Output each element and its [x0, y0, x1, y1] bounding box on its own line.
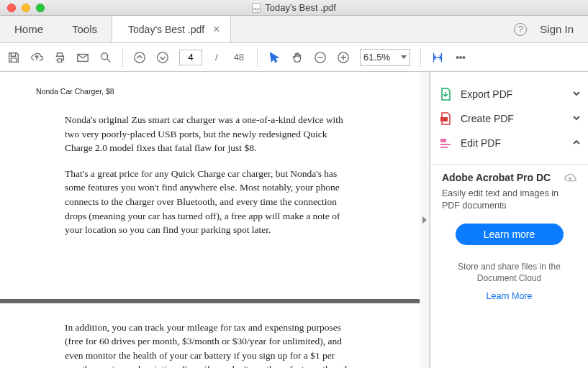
svg-rect-12	[440, 147, 448, 148]
svg-rect-11	[440, 144, 451, 145]
chevron-down-icon	[401, 55, 407, 59]
tool-create-pdf[interactable]: Create PDF	[438, 106, 581, 131]
chevron-up-icon	[572, 138, 581, 149]
selection-tool-icon[interactable]	[268, 51, 281, 64]
panel-collapse-handle[interactable]	[420, 72, 430, 368]
learn-more-button[interactable]: Learn more	[456, 224, 564, 245]
paragraph-2: That's a great price for any Quick Charg…	[36, 167, 384, 237]
email-icon[interactable]	[76, 51, 89, 64]
tab-document[interactable]: Today's Best .pdf ×	[112, 16, 231, 42]
tab-bar: Home Tools Today's Best .pdf × ? Sign In	[0, 16, 588, 43]
minimize-window-button[interactable]	[22, 4, 30, 12]
divider	[430, 164, 588, 165]
close-window-button[interactable]	[7, 4, 16, 12]
paragraph-1: Nonda's original Zus smart car charger w…	[36, 113, 384, 155]
search-icon[interactable]	[99, 51, 112, 64]
promo-body: Easily edit text and images in PDF docum…	[442, 188, 576, 212]
svg-rect-9	[440, 117, 448, 121]
tool-edit-label: Edit PDF	[461, 137, 572, 149]
window-title-text: Today's Best .pdf	[265, 2, 336, 13]
window-titlebar: Today's Best .pdf	[0, 0, 588, 16]
pdf-file-icon	[252, 3, 261, 13]
fullscreen-window-button[interactable]	[36, 4, 45, 12]
page-up-icon[interactable]	[133, 51, 146, 64]
store-share-text: Store and share files in the Document Cl…	[442, 257, 576, 285]
save-icon[interactable]	[7, 51, 20, 64]
tool-export-pdf[interactable]: Export PDF	[438, 82, 581, 106]
svg-point-7	[460, 56, 462, 58]
cloud-sync-icon[interactable]	[564, 172, 576, 187]
tab-document-label: Today's Best .pdf	[128, 24, 204, 35]
pdf-page-next: In addition, you can track your mileage …	[0, 321, 420, 368]
zoom-value: 61.5%	[363, 52, 390, 63]
sign-in-link[interactable]: Sign In	[540, 23, 574, 35]
promo-title: Adobe Acrobat Pro DC	[442, 172, 551, 183]
edit-pdf-icon	[438, 135, 453, 151]
traffic-lights	[0, 4, 45, 12]
tools-list: Export PDF Create PDF Edit PDF	[430, 72, 588, 160]
hand-tool-icon[interactable]	[291, 51, 304, 64]
zoom-in-icon[interactable]	[337, 51, 350, 64]
page-break	[0, 299, 420, 303]
print-icon[interactable]	[53, 51, 66, 64]
tool-edit-pdf[interactable]: Edit PDF	[438, 131, 581, 155]
toolbar: / 48 61.5%	[0, 43, 588, 72]
export-pdf-icon	[438, 86, 453, 102]
svg-point-8	[463, 56, 465, 58]
product-heading: Nonda Car Charger, $8	[36, 86, 384, 97]
create-pdf-icon	[438, 111, 453, 126]
promo-panel: Adobe Acrobat Pro DC Easily edit text an…	[430, 172, 588, 301]
help-icon[interactable]: ?	[514, 23, 527, 36]
fit-width-icon[interactable]	[431, 51, 444, 64]
triangle-right-icon	[422, 216, 427, 224]
chevron-down-icon	[572, 89, 581, 100]
tab-home[interactable]: Home	[0, 16, 58, 42]
page-number-input[interactable]	[179, 50, 202, 65]
paragraph-3: In addition, you can track your mileage …	[36, 321, 384, 368]
svg-point-2	[135, 52, 145, 62]
right-panel: Export PDF Create PDF Edit PDF Adobe Acr	[430, 72, 588, 368]
svg-rect-10	[440, 139, 446, 142]
main-area: Nonda Car Charger, $8 Nonda's original Z…	[0, 72, 588, 368]
svg-point-6	[456, 56, 458, 58]
chevron-down-icon	[572, 114, 581, 124]
more-tools-icon[interactable]	[454, 51, 467, 64]
tool-export-label: Export PDF	[461, 88, 572, 100]
svg-point-1	[101, 52, 108, 59]
zoom-out-icon[interactable]	[314, 51, 327, 64]
page-total: 48	[234, 52, 244, 63]
learn-more-link[interactable]: Learn More	[442, 291, 576, 301]
tool-create-label: Create PDF	[461, 113, 572, 124]
cloud-upload-icon[interactable]	[30, 51, 43, 64]
pdf-page: Nonda Car Charger, $8 Nonda's original Z…	[0, 72, 420, 277]
document-viewport[interactable]: Nonda Car Charger, $8 Nonda's original Z…	[0, 72, 420, 368]
svg-point-3	[158, 52, 168, 62]
close-tab-icon[interactable]: ×	[213, 23, 220, 36]
window-title: Today's Best .pdf	[0, 2, 588, 13]
tab-tools[interactable]: Tools	[58, 16, 112, 42]
zoom-select[interactable]: 61.5%	[360, 49, 410, 66]
page-separator: /	[215, 52, 218, 63]
page-down-icon[interactable]	[156, 51, 169, 64]
